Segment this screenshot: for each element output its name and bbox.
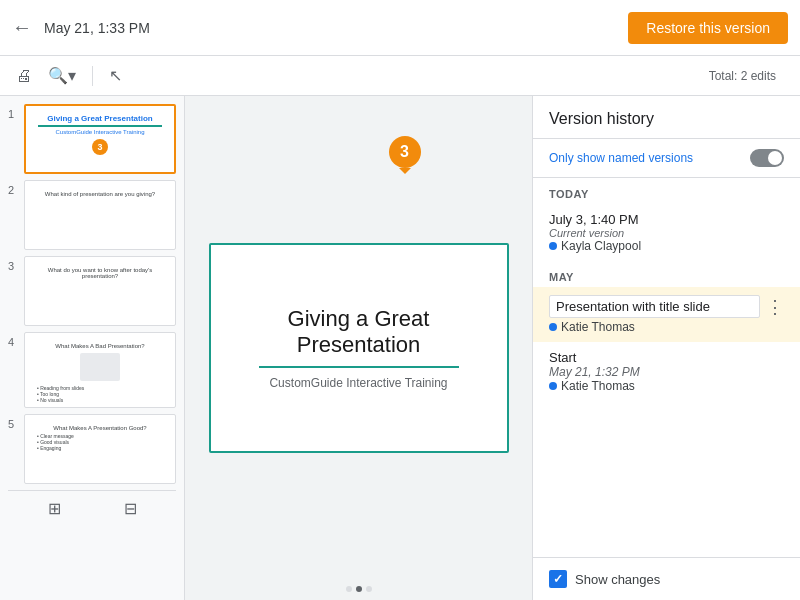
dot-3 bbox=[366, 586, 372, 592]
list-view-icon[interactable]: ⊟ bbox=[124, 499, 137, 518]
slide-image-3: What do you want to know after today's p… bbox=[24, 256, 176, 326]
version-date-today: July 3, 1:40 PM bbox=[549, 212, 784, 227]
slide-thumb-5[interactable]: 5 What Makes A Presentation Good? • Clea… bbox=[8, 414, 176, 484]
main-slide-subtitle: CustomGuide Interactive Training bbox=[269, 376, 447, 390]
back-button[interactable]: ← bbox=[12, 16, 32, 39]
slide-thumb-2[interactable]: 2 What kind of presentation are you givi… bbox=[8, 180, 176, 250]
checkmark-icon: ✓ bbox=[553, 572, 563, 586]
preview-area: 3 Giving a Great Presentation CustomGuid… bbox=[185, 96, 532, 600]
slide-panel: 1 Giving a Great Presentation CustomGuid… bbox=[0, 96, 185, 600]
dot-2 bbox=[356, 586, 362, 592]
show-changes-checkbox[interactable]: ✓ bbox=[549, 570, 567, 588]
slide-number-3: 3 bbox=[8, 260, 24, 272]
slide-4-img bbox=[80, 353, 120, 381]
cursor-icon[interactable]: ↖ bbox=[105, 62, 126, 89]
slide-image-5: What Makes A Presentation Good? • Clear … bbox=[24, 414, 176, 484]
total-edits: Total: 2 edits bbox=[709, 69, 776, 83]
slide-4-body: What Makes A Bad Presentation? bbox=[29, 343, 171, 349]
slide-1-teal-bar bbox=[38, 125, 162, 127]
slide-number-2: 2 bbox=[8, 184, 24, 196]
slide-thumb-3[interactable]: 3 What do you want to know after today's… bbox=[8, 256, 176, 326]
slide-5-body: What Makes A Presentation Good? bbox=[29, 425, 171, 431]
slide-1-title: Giving a Great Presentation bbox=[30, 114, 170, 123]
version-user-name-may-1: Katie Thomas bbox=[561, 320, 635, 334]
slide-3-body: What do you want to know after today's p… bbox=[29, 267, 171, 279]
slide-1-subtitle: CustomGuide Interactive Training bbox=[30, 129, 170, 135]
version-user-may-2: Katie Thomas bbox=[549, 379, 784, 393]
more-options-icon[interactable]: ⋮ bbox=[766, 296, 784, 318]
filter-label[interactable]: Only show named versions bbox=[549, 151, 693, 165]
version-history-title: Version history bbox=[533, 96, 800, 139]
print-icon[interactable]: 🖨 bbox=[12, 63, 36, 89]
top-bar: ← May 21, 1:33 PM Restore this version bbox=[0, 0, 800, 56]
step-badge: 3 bbox=[389, 136, 421, 168]
slide-number-1: 1 bbox=[8, 108, 24, 120]
version-panel: Version history Only show named versions… bbox=[532, 96, 800, 600]
slide-1-badge: 3 bbox=[92, 139, 108, 155]
named-versions-toggle[interactable] bbox=[750, 149, 784, 167]
slide-image-1: Giving a Great Presentation CustomGuide … bbox=[24, 104, 176, 174]
slide-image-4: What Makes A Bad Presentation? • Reading… bbox=[24, 332, 176, 408]
slide-thumb-4[interactable]: 4 What Makes A Bad Presentation? • Readi… bbox=[8, 332, 176, 408]
version-name-row: ⋮ bbox=[549, 295, 784, 318]
version-user-name-today: Kayla Claypool bbox=[561, 239, 641, 253]
version-name-input[interactable] bbox=[549, 295, 760, 318]
toolbar: 🖨 🔍▾ ↖ Total: 2 edits bbox=[0, 56, 800, 96]
version-user-may-1: Katie Thomas bbox=[549, 320, 784, 334]
user-dot-today bbox=[549, 242, 557, 250]
preview-dots bbox=[346, 586, 372, 592]
version-date-may-21: May 21, 1:32 PM bbox=[549, 365, 784, 379]
version-item-may-2[interactable]: Start May 21, 1:32 PM Katie Thomas bbox=[533, 342, 800, 401]
slide-4-bullets: • Reading from slides• Too long• No visu… bbox=[29, 385, 171, 403]
doc-title: May 21, 1:33 PM bbox=[44, 20, 150, 36]
version-filter-row: Only show named versions bbox=[533, 139, 800, 178]
section-may: MAY bbox=[533, 261, 800, 287]
toolbar-divider bbox=[92, 66, 93, 86]
section-today: TODAY bbox=[533, 178, 800, 204]
slide-number-4: 4 bbox=[8, 336, 24, 348]
slide-thumb-1[interactable]: 1 Giving a Great Presentation CustomGuid… bbox=[8, 104, 176, 174]
main-area: 1 Giving a Great Presentation CustomGuid… bbox=[0, 96, 800, 600]
slide-number-5: 5 bbox=[8, 418, 24, 430]
dot-1 bbox=[346, 586, 352, 592]
grid-view-icon[interactable]: ⊞ bbox=[48, 499, 61, 518]
version-user-name-may-2: Katie Thomas bbox=[561, 379, 635, 393]
slide-2-body: What kind of presentation are you giving… bbox=[29, 191, 171, 197]
version-current-label: Current version bbox=[549, 227, 784, 239]
main-slide-title: Giving a Great Presentation bbox=[211, 306, 507, 358]
slide-image-2: What kind of presentation are you giving… bbox=[24, 180, 176, 250]
main-slide: Giving a Great Presentation CustomGuide … bbox=[209, 243, 509, 453]
user-dot-may-1 bbox=[549, 323, 557, 331]
version-item-today[interactable]: July 3, 1:40 PM Current version Kayla Cl… bbox=[533, 204, 800, 261]
version-item-may-1[interactable]: ⋮ Katie Thomas bbox=[533, 287, 800, 342]
slide-5-bullets: • Clear message• Good visuals• Engaging bbox=[29, 433, 171, 451]
version-user-today: Kayla Claypool bbox=[549, 239, 784, 253]
show-changes-label: Show changes bbox=[575, 572, 660, 587]
main-slide-teal-bar bbox=[259, 366, 459, 368]
toggle-knob bbox=[768, 151, 782, 165]
zoom-icon[interactable]: 🔍▾ bbox=[44, 62, 80, 89]
user-dot-may-2 bbox=[549, 382, 557, 390]
slide-panel-footer: ⊞ ⊟ bbox=[8, 490, 176, 526]
version-date-start: Start bbox=[549, 350, 784, 365]
version-list: TODAY July 3, 1:40 PM Current version Ka… bbox=[533, 178, 800, 557]
restore-button[interactable]: Restore this version bbox=[628, 12, 788, 44]
version-footer: ✓ Show changes bbox=[533, 557, 800, 600]
